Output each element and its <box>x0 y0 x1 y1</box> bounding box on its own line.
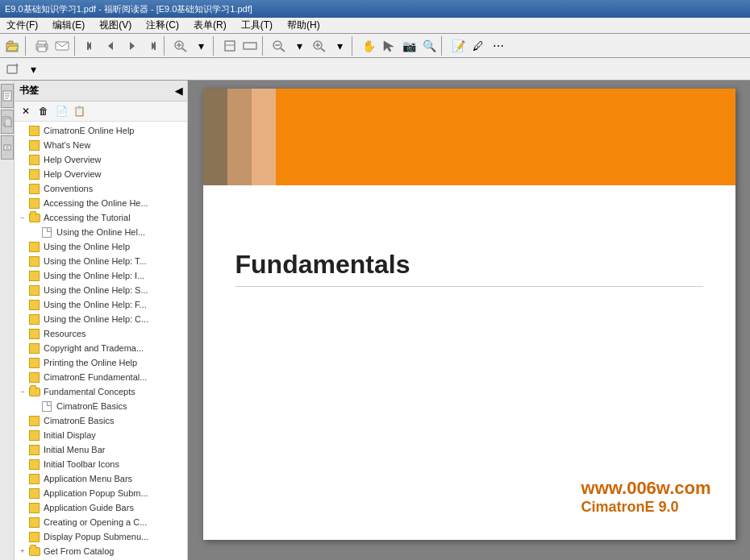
zoom-out-dropdown-btn[interactable]: ▾ <box>290 36 309 56</box>
tree-label-3: Help Overview <box>44 155 102 164</box>
snapshot-btn[interactable]: 📷 <box>399 36 419 56</box>
tree-item-6[interactable]: Accessing the Online He... <box>15 196 187 210</box>
zoom-in-btn[interactable] <box>171 36 190 56</box>
zoom-in-btn2[interactable] <box>310 36 329 56</box>
sidebar-delete-btn[interactable]: 🗑 <box>35 103 52 119</box>
nav-next-btn[interactable] <box>122 36 141 56</box>
banner-main <box>276 89 735 185</box>
tree-item-5[interactable]: Conventions <box>15 181 187 196</box>
sidebar-copy-btn[interactable]: 📋 <box>71 103 87 119</box>
select-tool-btn[interactable] <box>379 36 398 56</box>
tree-item-14[interactable]: Using the Online Help: C... <box>15 312 187 326</box>
open-btn[interactable] <box>3 36 23 56</box>
rotate-btn[interactable] <box>3 60 23 79</box>
sidebar-close-btn[interactable]: ✕ <box>18 103 34 119</box>
nav-prev-btn[interactable] <box>102 36 121 56</box>
tree-item-4[interactable]: Help Overview <box>15 167 187 181</box>
tree-item-9[interactable]: Using the Online Help <box>15 239 187 254</box>
tree-item-30[interactable]: +Get From Catalog <box>15 544 187 558</box>
tree-item-11[interactable]: Using the Online Help: I... <box>15 268 187 283</box>
tree-item-3[interactable]: Help Overview <box>15 152 187 167</box>
pdf-version: CimatronE 9.0 <box>581 499 711 516</box>
tree-item-2[interactable]: What's New <box>15 138 187 152</box>
tree-icon-4 <box>29 168 42 180</box>
tree-item-29[interactable]: Display Popup Submenu... <box>15 529 187 544</box>
zoom-dropdown-btn[interactable]: ▾ <box>191 36 210 56</box>
tree-label-19: Fundamental Concepts <box>44 387 135 396</box>
nav-last-btn[interactable] <box>142 36 161 56</box>
svg-marker-9 <box>130 42 135 50</box>
tree-item-20[interactable]: CimatronE Basics <box>15 399 187 413</box>
banner-stripe-1 <box>203 89 227 185</box>
menu-tools[interactable]: 工具(T) <box>238 18 276 33</box>
tree-icon-12 <box>29 284 42 296</box>
tree-label-21: CimatronE Basics <box>44 416 114 425</box>
left-icon-2[interactable] <box>1 110 14 134</box>
tree-label-12: Using the Online Help: S... <box>44 285 148 295</box>
more-btn[interactable]: ⋯ <box>489 36 508 56</box>
menu-file[interactable]: 文件(F) <box>3 18 41 33</box>
stamp-btn[interactable]: 🖊 <box>469 36 488 56</box>
annotate-btn[interactable]: 📝 <box>448 36 468 56</box>
banner-stripe-3 <box>252 89 276 185</box>
svg-rect-18 <box>244 43 256 49</box>
pdf-title: Fundamentals <box>235 250 703 280</box>
tree-item-21[interactable]: CimatronE Basics <box>15 413 187 428</box>
tree-item-25[interactable]: Application Menu Bars <box>15 471 187 486</box>
tree-item-22[interactable]: Initial Display <box>15 428 187 442</box>
bookmark-tree[interactable]: CimatronE Online HelpWhat's NewHelp Over… <box>15 122 187 560</box>
nav-first-btn[interactable] <box>81 36 101 56</box>
move-btn[interactable]: ▾ <box>23 60 43 79</box>
tree-item-8[interactable]: Using the Online Hel... <box>15 225 187 239</box>
tree-item-7[interactable]: −Accessing the Tutorial <box>15 210 187 225</box>
tree-item-10[interactable]: Using the Online Help: T... <box>15 254 187 268</box>
menu-view[interactable]: 视图(V) <box>96 18 135 33</box>
email-btn[interactable] <box>52 36 72 56</box>
sidebar-new-btn[interactable]: 📄 <box>53 103 69 119</box>
fit-page-btn[interactable] <box>220 36 240 56</box>
hand-tool-btn[interactable]: ✋ <box>359 36 378 56</box>
tree-label-27: Application Guide Bars <box>44 503 134 512</box>
menu-annotate[interactable]: 注释(C) <box>143 18 182 33</box>
tree-icon-29 <box>29 531 42 542</box>
tree-icon-5 <box>29 183 42 194</box>
tree-icon-2 <box>29 139 42 151</box>
tree-item-23[interactable]: Initial Menu Bar <box>15 442 187 457</box>
sep6 <box>352 36 356 56</box>
sidebar-collapse-icon[interactable]: ◀ <box>175 85 182 97</box>
menu-help[interactable]: 帮助(H) <box>284 18 323 33</box>
tree-item-18[interactable]: CimatronE Fundamental... <box>15 370 187 384</box>
tree-label-13: Using the Online Help: F... <box>44 300 147 309</box>
tree-item-13[interactable]: Using the Online Help: F... <box>15 297 187 312</box>
left-icon-3[interactable] <box>1 135 14 160</box>
menu-form[interactable]: 表单(R) <box>190 18 230 33</box>
svg-rect-34 <box>4 145 10 150</box>
magnify-btn[interactable]: 🔍 <box>419 36 439 56</box>
sep4 <box>213 36 218 56</box>
svg-marker-8 <box>108 42 113 50</box>
menu-bar: 文件(F) 编辑(E) 视图(V) 注释(C) 表单(R) 工具(T) 帮助(H… <box>0 18 750 34</box>
tree-item-17[interactable]: Printing the Online Help <box>15 355 187 370</box>
fit-width-btn[interactable] <box>240 36 260 56</box>
tree-label-2: What's New <box>44 140 90 150</box>
tree-item-19[interactable]: −Fundamental Concepts <box>15 384 187 399</box>
menu-edit[interactable]: 编辑(E) <box>49 18 88 33</box>
tree-item-15[interactable]: Resources <box>15 326 187 341</box>
tree-label-25: Application Menu Bars <box>44 474 132 483</box>
tree-icon-9 <box>29 241 42 252</box>
tree-item-16[interactable]: Copyright and Tradema... <box>15 341 187 355</box>
tree-item-27[interactable]: Application Guide Bars <box>15 500 187 515</box>
tree-item-1[interactable]: CimatronE Online Help <box>15 123 187 138</box>
svg-marker-26 <box>384 41 394 52</box>
print-btn[interactable] <box>32 36 52 56</box>
tree-item-12[interactable]: Using the Online Help: S... <box>15 283 187 297</box>
zoom-out-btn[interactable] <box>269 36 289 56</box>
tree-icon-16 <box>29 342 42 354</box>
pdf-viewer[interactable]: Fundamentals www.006w.com CimatronE 9.0 <box>188 81 750 560</box>
left-icon-1[interactable] <box>1 84 14 108</box>
tree-item-26[interactable]: Application Popup Subm... <box>15 486 187 500</box>
tree-label-26: Application Popup Subm... <box>44 488 148 498</box>
zoom-in-dropdown-btn2[interactable]: ▾ <box>330 36 349 56</box>
tree-item-24[interactable]: Initial Toolbar Icons <box>15 457 187 471</box>
tree-item-28[interactable]: Creating or Opening a C... <box>15 515 187 529</box>
